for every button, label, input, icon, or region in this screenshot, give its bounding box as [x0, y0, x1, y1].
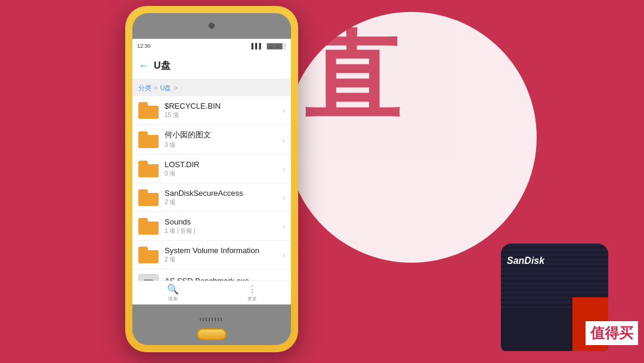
- battery-icon: ▓▓▓▓░: [267, 43, 286, 49]
- background-circle: 直: [286, 12, 537, 263]
- file-name: 何小囡的图文: [165, 130, 280, 140]
- file-name: $RECYCLE.BIN: [165, 101, 280, 110]
- more-label: 更多: [247, 296, 257, 302]
- sandisk-label: SanDisk: [507, 256, 544, 266]
- bottom-nav: 🔍 搜索 ⋮ 更多: [132, 281, 291, 304]
- folder-icon: [138, 131, 159, 148]
- folder-icon: [138, 218, 159, 235]
- file-name: LOST.DIR: [165, 160, 280, 169]
- search-icon: 🔍: [167, 284, 179, 295]
- file-meta: 1 项 | 音频 |: [165, 227, 280, 235]
- chevron-right-icon: ›: [282, 135, 285, 144]
- file-info: Sounds 1 项 | 音频 |: [165, 217, 280, 235]
- chevron-right-icon: ›: [282, 193, 285, 202]
- speaker-grille: [200, 318, 224, 321]
- search-nav-item[interactable]: 🔍 搜索: [167, 284, 179, 302]
- file-info: LOST.DIR 0 项: [165, 160, 280, 178]
- phone-container: 12:30 ▌▌▌ ▓▓▓▓░ ← U盘 分类 > U盘 > $RECYCLE.…: [125, 6, 298, 352]
- file-info: $RECYCLE.BIN 15 项: [165, 101, 280, 119]
- bg-chinese-char: 直: [304, 30, 400, 125]
- file-meta: 2 项: [165, 198, 280, 207]
- file-meta: 3 项: [165, 141, 280, 149]
- list-item[interactable]: LOST.DIR 0 项 ›: [132, 155, 291, 183]
- file-meta: 2 项: [165, 256, 280, 264]
- file-name: SanDiskSecureAccess: [165, 189, 280, 198]
- folder-icon: [138, 189, 159, 206]
- file-list: $RECYCLE.BIN 15 项 › 何小囡的图文 3 项 › LOST.DI…: [132, 96, 291, 304]
- list-item[interactable]: SanDiskSecureAccess 2 项 ›: [132, 183, 291, 212]
- folder-icon: [138, 161, 159, 177]
- chevron-right-icon: ›: [282, 164, 285, 174]
- breadcrumb-sep2: >: [174, 84, 177, 91]
- list-item[interactable]: 何小囡的图文 3 项 ›: [132, 125, 291, 155]
- status-icons: ▌▌▌ ▓▓▓▓░: [252, 43, 286, 49]
- search-label: 搜索: [168, 296, 178, 302]
- signal-icon: ▌▌▌: [252, 43, 263, 49]
- folder-icon: [138, 102, 159, 119]
- status-time: 12:30: [137, 43, 151, 49]
- breadcrumb-sep1: >: [154, 84, 157, 91]
- home-button[interactable]: [197, 328, 227, 340]
- more-nav-item[interactable]: ⋮ 更多: [247, 284, 257, 302]
- sandisk-drive: SanDisk: [501, 244, 608, 363]
- file-name: Sounds: [165, 217, 280, 226]
- zhide-badge: 值得买: [586, 321, 638, 345]
- status-bar: 12:30 ▌▌▌ ▓▓▓▓░: [132, 39, 291, 53]
- chevron-right-icon: ›: [282, 250, 285, 260]
- breadcrumb-part1[interactable]: 分类: [138, 84, 151, 93]
- folder-icon: [138, 247, 159, 263]
- front-camera: [209, 23, 215, 29]
- phone-screen: 12:30 ▌▌▌ ▓▓▓▓░ ← U盘 分类 > U盘 > $RECYCLE.…: [132, 39, 291, 304]
- chevron-right-icon: ›: [282, 106, 285, 115]
- file-meta: 15 项: [165, 111, 280, 119]
- list-item[interactable]: System Volume Information 2 项 ›: [132, 241, 291, 269]
- list-item[interactable]: $RECYCLE.BIN 15 项 ›: [132, 96, 291, 125]
- nav-title: U盘: [154, 60, 171, 72]
- breadcrumb-part2[interactable]: U盘: [160, 84, 171, 93]
- file-info: System Volume Information 2 项: [165, 246, 280, 264]
- file-info: 何小囡的图文 3 项: [165, 130, 280, 149]
- chevron-right-icon: ›: [282, 222, 285, 231]
- more-icon: ⋮: [247, 284, 257, 295]
- nav-bar: ← U盘: [132, 53, 291, 79]
- list-item[interactable]: Sounds 1 项 | 音频 | ›: [132, 212, 291, 241]
- file-meta: 0 项: [165, 170, 280, 178]
- breadcrumb: 分类 > U盘 >: [132, 79, 291, 96]
- file-info: SanDiskSecureAccess 2 项: [165, 189, 280, 207]
- file-name: System Volume Information: [165, 246, 280, 255]
- back-button[interactable]: ←: [138, 60, 149, 72]
